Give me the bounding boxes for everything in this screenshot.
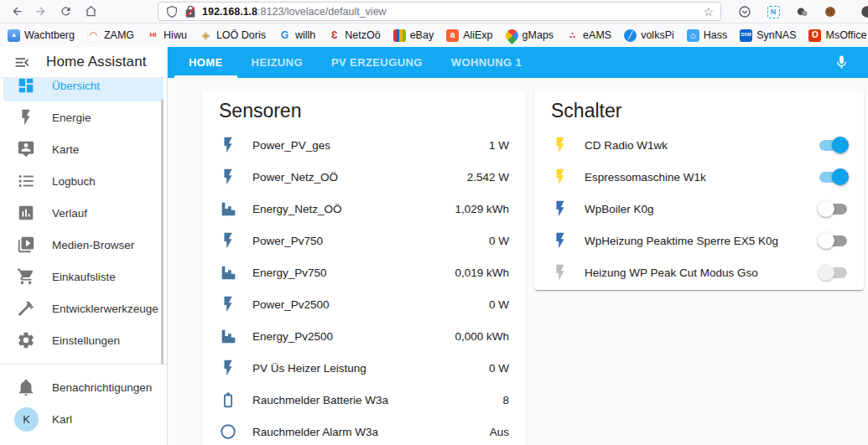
flash-icon (551, 136, 569, 154)
bookmark-synnas[interactable]: DSMSynNAS (740, 29, 796, 42)
toggle-thumb (818, 200, 834, 217)
bookmark-gmaps[interactable]: •gMaps (506, 29, 554, 42)
pocket-icon[interactable] (735, 3, 754, 21)
sidebar-item-benachrichtigungen[interactable]: Benachrichtigungen (3, 371, 164, 403)
sensor-row-rauchmelder-alarm[interactable]: Rauchmelder Alarm W3a Aus (202, 416, 526, 445)
bookmark-wachtberg[interactable]: ▲Wachtberg (8, 29, 75, 42)
bookmark-msoffice[interactable]: OMsOffice (808, 29, 866, 42)
sidebar-item-energie[interactable]: Energie (3, 101, 164, 133)
home-assistant-app: Home Assistant Übersicht Energie Karte (0, 47, 868, 445)
switch-row-cd-radio[interactable]: CD Radio W1wk (534, 129, 864, 161)
loo-doris-favicon: ◈ (200, 29, 212, 42)
bookmark-willh[interactable]: Gwillh (278, 29, 315, 42)
back-button[interactable] (5, 2, 29, 22)
sidebar-scrollbar[interactable] (161, 99, 164, 394)
circle-icon (219, 422, 237, 441)
sidebar-item-verlauf[interactable]: Verlauf (3, 197, 164, 229)
noscript-icon[interactable]: N (764, 3, 782, 21)
gear-icon (17, 331, 35, 349)
profile-extension-icon[interactable] (858, 3, 868, 21)
view-tabs: HOME HEIZUNG PV ERZEUGUNG WOHNUNG 1 (174, 47, 536, 78)
bookmark-zamg[interactable]: ◠ZAMG (87, 29, 134, 42)
toggle-heizung-wp-peak-cut[interactable] (819, 267, 847, 278)
volkspi-favicon: ╱ (624, 29, 637, 42)
bookmark-loo-doris[interactable]: ◈LOÖ Doris (200, 29, 266, 42)
toggle-wpboiler[interactable] (819, 204, 847, 215)
url-bar[interactable]: 192.168.1.8:8123/lovelace/default_view ☆ (158, 2, 721, 21)
toggle-wpheizung-peaktime[interactable] (819, 235, 847, 246)
gmaps-favicon: • (502, 26, 520, 44)
toggle-cd-radio[interactable] (819, 140, 847, 151)
sidebar: Home Assistant Übersicht Energie Karte (0, 47, 168, 445)
flash-icon (219, 136, 237, 154)
bookmark-aliexp[interactable]: aAliExp (446, 29, 492, 42)
home-button[interactable] (79, 2, 102, 22)
toggle-thumb (818, 232, 834, 249)
flash-icon (219, 231, 237, 250)
synnas-favicon: DSM (740, 29, 752, 42)
switch-row-wpboiler[interactable]: WpBoiler K0g (534, 193, 864, 225)
chart-icon (219, 327, 237, 345)
sidebar-item-logbuch[interactable]: Logbuch (3, 165, 164, 197)
sensor-row-power-netz-oo[interactable]: Power_Netz_OÖ 2.542 W (202, 161, 526, 193)
cookie-extension-icon[interactable] (821, 3, 839, 21)
menu-open-icon[interactable] (13, 54, 31, 71)
bookmark-netzoo[interactable]: ƐNetzOö (328, 29, 380, 42)
sensor-row-rauchmelder-batterie[interactable]: Rauchmelder Batterie W3a 8 (202, 384, 526, 416)
dashboard-content: Sensoren Power_PV_ges 1 W Power_Netz_OÖ … (168, 78, 868, 445)
spheres-extension-icon[interactable] (793, 3, 811, 21)
flash-icon (551, 231, 569, 250)
sensor-row-energy-pv2500[interactable]: Energy_Pv2500 0,000 kWh (202, 320, 526, 352)
tab-pv-erzeugung[interactable]: PV ERZEUGUNG (317, 47, 437, 78)
sensor-row-energy-pv750[interactable]: Energy_Pv750 0,019 kWh (202, 256, 526, 288)
bookmark-hiwu[interactable]: HIHiwu (147, 29, 187, 42)
sensor-row-pv-ues-heizer[interactable]: PV Üs Heizer Leistung 0 W (202, 352, 526, 384)
switch-row-espressomaschine[interactable]: Espressomaschine W1k (534, 161, 864, 193)
tracking-shield-icon[interactable] (165, 5, 179, 18)
switch-row-wpheizung-peaktime[interactable]: WpHeizung Peaktime Sperre EX5 K0g (534, 225, 864, 256)
forward-button[interactable] (29, 2, 52, 22)
sidebar-menu: Übersicht Energie Karte Logbuch (0, 78, 167, 364)
bookmark-star-icon[interactable]: ☆ (703, 6, 714, 18)
sidebar-item-einkaufsliste[interactable]: Einkaufsliste (3, 261, 164, 292)
tab-heizung[interactable]: HEIZUNG (237, 47, 317, 78)
cart-icon (17, 267, 35, 286)
main-area: HOME HEIZUNG PV ERZEUGUNG WOHNUNG 1 Sens… (168, 47, 868, 445)
list-icon (17, 172, 35, 190)
forward-icon (34, 5, 47, 18)
sidebar-header: Home Assistant (0, 47, 167, 78)
willh-favicon: G (278, 29, 291, 42)
sidebar-item-einstellungen[interactable]: Einstellungen (3, 324, 164, 356)
toggle-espressomaschine[interactable] (819, 172, 847, 183)
sidebar-divider (0, 364, 167, 365)
bookmark-hass[interactable]: ⌂Hass (687, 29, 727, 42)
hammer-icon (17, 299, 35, 318)
bell-icon (17, 378, 35, 396)
tab-home[interactable]: HOME (174, 47, 237, 78)
aliexp-favicon: a (446, 29, 459, 42)
bookmark-ebay[interactable]: eeBay (393, 29, 434, 42)
app-title: Home Assistant (46, 54, 147, 70)
sensor-row-power-pv750[interactable]: Power_Pv750 0 W (202, 225, 526, 256)
sensor-row-energy-netz-oo[interactable]: Energy_Netz_OÖ 1,029 kWh (202, 193, 526, 225)
flash-icon (219, 168, 237, 186)
insecure-lock-icon[interactable] (184, 5, 197, 18)
avatar: K (14, 407, 39, 432)
sidebar-item-user[interactable]: K Karl (3, 403, 164, 435)
sidebar-item-medien-browser[interactable]: Medien-Browser (3, 229, 164, 261)
sensor-row-power-pv-ges[interactable]: Power_PV_ges 1 W (202, 129, 526, 161)
sidebar-item-karte[interactable]: Karte (3, 133, 164, 165)
bookmark-volkspi[interactable]: ╱volksPi (624, 29, 674, 42)
sensors-card-title: Sensoren (202, 91, 526, 129)
reload-button[interactable] (54, 2, 77, 22)
bookmark-eams[interactable]: ∴eAMS (566, 29, 611, 42)
mic-icon[interactable] (834, 54, 850, 70)
switch-row-heizung-wp-peak-cut[interactable]: Heizung WP Peak Cut Modus Gso (534, 256, 864, 288)
sidebar-item-uebersicht[interactable]: Übersicht (3, 78, 164, 101)
sensor-row-power-pv2500[interactable]: Power_Pv2500 0 W (202, 288, 526, 320)
ha-header: HOME HEIZUNG PV ERZEUGUNG WOHNUNG 1 (168, 47, 868, 78)
tab-wohnung-1[interactable]: WOHNUNG 1 (437, 47, 537, 78)
sidebar-item-entwicklerwerkzeuge[interactable]: Entwicklerwerkzeuge (3, 292, 164, 324)
map-tooltip-icon (17, 140, 35, 158)
url-text[interactable]: 192.168.1.8:8123/lovelace/default_view (202, 6, 703, 18)
